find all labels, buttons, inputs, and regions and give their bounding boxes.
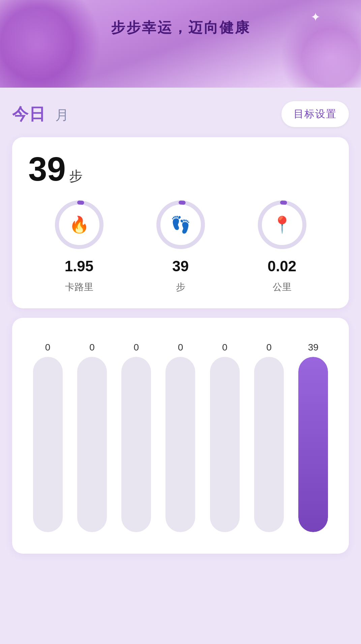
bar-track-3 xyxy=(166,357,195,532)
ring-item-calories: 🔥 1.95 卡路里 xyxy=(52,198,106,294)
bar-col-6: 39 xyxy=(298,330,328,532)
steps-value: 39 xyxy=(172,258,189,275)
calories-ring: 🔥 xyxy=(52,198,106,252)
steps-unit: 步 xyxy=(69,167,83,185)
bar-col-0: 0 xyxy=(33,330,63,532)
tab-group: 今日 月 xyxy=(12,103,69,125)
main-content: 今日 月 目标设置 39 步 🔥 1.95 卡路里 xyxy=(0,88,361,644)
location-icon: 📍 xyxy=(272,215,292,234)
distance-ring: 📍 xyxy=(255,198,309,252)
bar-chart: 00000039 xyxy=(26,330,335,532)
bar-col-5: 0 xyxy=(254,330,284,532)
bar-col-2: 0 xyxy=(121,330,151,532)
steps-headline: 39 步 xyxy=(28,152,333,186)
footprint-icon: 👣 xyxy=(171,215,191,234)
stats-card: 39 步 🔥 1.95 卡路里 xyxy=(12,137,349,308)
bar-fill-6 xyxy=(298,357,328,532)
bar-track-1 xyxy=(77,357,107,532)
bar-count-5: 0 xyxy=(266,342,272,353)
calories-value: 1.95 xyxy=(65,258,94,275)
tab-month[interactable]: 月 xyxy=(55,106,69,124)
steps-number: 39 xyxy=(28,152,66,186)
bar-track-2 xyxy=(121,357,151,532)
bar-count-1: 0 xyxy=(89,342,95,353)
distance-label: 公里 xyxy=(273,281,292,294)
bar-col-3: 0 xyxy=(166,330,195,532)
bar-count-2: 0 xyxy=(133,342,139,353)
bar-track-6 xyxy=(298,357,328,532)
bar-count-6: 39 xyxy=(308,342,319,353)
chart-card: 00000039 xyxy=(12,318,349,554)
calories-label: 卡路里 xyxy=(65,281,93,294)
ring-item-steps: 👣 39 步 xyxy=(154,198,208,294)
bar-track-5 xyxy=(254,357,284,532)
bar-track-4 xyxy=(210,357,240,532)
sparkle-icon: ✦ xyxy=(310,10,321,24)
goal-settings-button[interactable]: 目标设置 xyxy=(281,101,349,127)
bar-count-4: 0 xyxy=(222,342,228,353)
ring-item-distance: 📍 0.02 公里 xyxy=(255,198,309,294)
distance-value: 0.02 xyxy=(268,258,297,275)
bar-track-0 xyxy=(33,357,63,532)
bar-col-1: 0 xyxy=(77,330,107,532)
tab-row: 今日 月 目标设置 xyxy=(12,101,349,127)
tab-today[interactable]: 今日 xyxy=(12,103,46,125)
hero-title: 步步幸运，迈向健康 xyxy=(111,18,250,37)
bar-count-0: 0 xyxy=(45,342,51,353)
hero-section: ✦ 步步幸运，迈向健康 xyxy=(0,0,361,88)
bar-col-4: 0 xyxy=(210,330,240,532)
steps-label: 步 xyxy=(176,281,185,294)
steps-ring: 👣 xyxy=(154,198,208,252)
bar-count-3: 0 xyxy=(178,342,183,353)
fire-icon: 🔥 xyxy=(69,215,89,234)
ring-row: 🔥 1.95 卡路里 👣 39 步 xyxy=(28,198,333,294)
